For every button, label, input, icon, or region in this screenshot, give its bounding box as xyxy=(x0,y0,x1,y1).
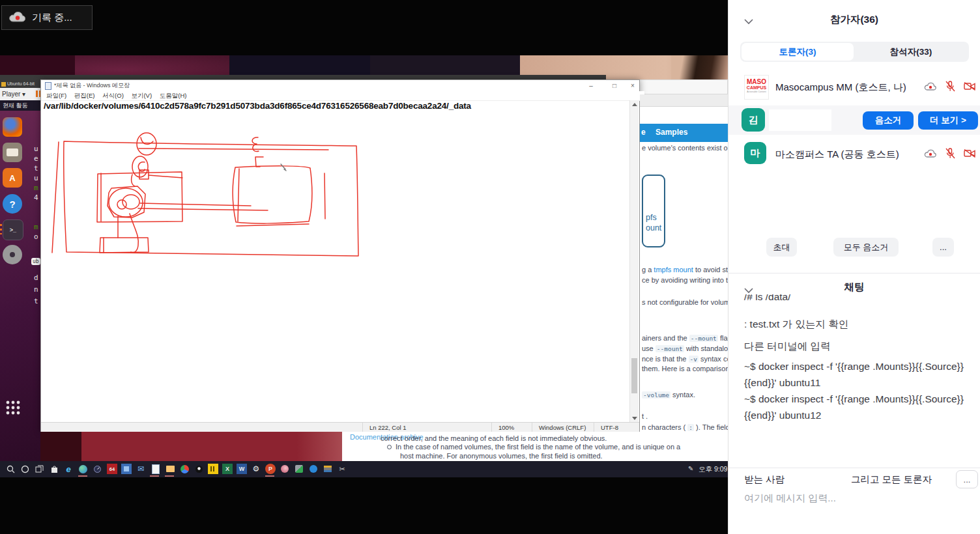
terminal-tooltip: ub xyxy=(31,258,40,265)
code-token: -volume xyxy=(642,391,670,399)
docs-text: host machine. For anonymous volumes, the… xyxy=(400,452,603,460)
pause-icon[interactable] xyxy=(36,91,38,97)
files-icon[interactable] xyxy=(3,143,22,162)
docs-text: use --mount with standalone cont xyxy=(642,344,728,352)
chat-message-list[interactable]: /# ls /data/ : test.txt 가 있는지 확인 다른 터미널에… xyxy=(728,294,980,466)
search-icon[interactable] xyxy=(5,464,16,474)
apps-grid-icon[interactable] xyxy=(5,400,21,418)
recording-cloud-icon xyxy=(924,81,937,94)
bullet-dot xyxy=(387,445,392,449)
invite-button[interactable]: 초대 xyxy=(766,238,797,257)
docs-text: them. Here is a comparison of the s xyxy=(642,365,728,372)
settings-icon[interactable]: ⚙ xyxy=(251,464,261,474)
participant-row-hover[interactable]: 김 음소거 더 보기 > xyxy=(728,105,980,135)
store-icon[interactable] xyxy=(49,464,59,474)
tmpfs-line1: pfs xyxy=(646,212,664,223)
notepad-titlebar[interactable]: *제목 없음 - Windows 메모장 – □ × xyxy=(41,80,639,91)
cortana-icon[interactable] xyxy=(20,464,30,474)
participants-more-button[interactable]: ... xyxy=(932,238,954,257)
terminal-char: t xyxy=(34,297,40,305)
participant-name: Masocampus MM (호스트, 나) xyxy=(775,81,906,94)
notepad-window: *제목 없음 - Windows 메모장 – □ × 파일(F) 편집(E) 서… xyxy=(40,79,640,432)
nav-samples[interactable]: Samples xyxy=(656,128,687,137)
word-icon[interactable]: W xyxy=(237,464,247,474)
vmware-ubuntu-window: Ubuntu 64-bit Player ▾ 현재 활동 A ? >_ u e … xyxy=(0,79,40,461)
dvd-icon[interactable] xyxy=(3,245,22,264)
notepad-scrollbar[interactable] xyxy=(629,100,639,423)
pen-tray-icon[interactable]: ✎ xyxy=(688,465,693,472)
player-menu[interactable]: Player ▾ xyxy=(2,91,25,98)
terminal-char: t xyxy=(34,164,40,173)
text: ainers and the xyxy=(642,334,689,342)
performance-icon[interactable] xyxy=(92,464,102,474)
close-button[interactable]: × xyxy=(627,80,638,91)
scrollbar-thumb[interactable] xyxy=(631,358,637,393)
terminal-glyph: >_ xyxy=(10,227,16,233)
terminal-icon[interactable]: >_ xyxy=(3,219,23,240)
vm64-glyph: 64 xyxy=(109,466,115,472)
help-icon[interactable]: ? xyxy=(3,194,22,214)
powerpoint-active-indicator xyxy=(265,475,274,477)
menu-format[interactable]: 서식(O) xyxy=(102,92,124,99)
vm-64-icon[interactable]: 64 xyxy=(107,464,117,474)
vmware-taskbar-icon[interactable] xyxy=(323,464,333,474)
menu-file[interactable]: 파일(F) xyxy=(46,92,66,99)
teams-icon[interactable] xyxy=(308,464,319,474)
chat-message: ~$ docker inspect -f '{{range .Mounts}}{… xyxy=(744,358,965,391)
code-token: --mount xyxy=(689,335,718,342)
menu-help[interactable]: 도움말(H) xyxy=(160,92,187,99)
vmware-player-bar[interactable]: Player ▾ xyxy=(0,88,40,100)
edge-icon[interactable] xyxy=(78,464,88,474)
activities-label[interactable]: 현재 활동 xyxy=(3,102,28,109)
nav-fragment: e xyxy=(641,128,646,137)
chat-input[interactable]: 여기에 메시지 입력... xyxy=(744,492,836,505)
screen: 기록 중... Ubuntu 64-bit Player ▾ 현재 활동 A xyxy=(0,0,980,534)
internet-explorer-icon[interactable]: e xyxy=(63,464,74,474)
minimize-button[interactable]: – xyxy=(586,80,596,91)
mail-icon[interactable]: ✉ xyxy=(136,464,146,474)
tmpfs-link[interactable]: tmpfs mount xyxy=(654,266,693,274)
chat-message: : test.txt 가 있는지 확인 xyxy=(744,316,965,332)
mute-all-button[interactable]: 모두 음소거 xyxy=(833,238,899,257)
tmpfs-mount-box: pfs ount xyxy=(642,175,665,247)
powerpoint-icon[interactable]: P xyxy=(265,464,276,474)
vmware-titlebar: Ubuntu 64-bit xyxy=(0,79,40,88)
tab-attendees[interactable]: 참석자(33) xyxy=(855,43,967,61)
menu-view[interactable]: 보기(V) xyxy=(131,92,152,99)
snipping-icon[interactable]: ✂ xyxy=(337,464,347,474)
excel-icon[interactable]: X xyxy=(222,464,233,474)
maximize-button[interactable]: □ xyxy=(609,80,620,91)
scroll-down-arrow[interactable] xyxy=(632,417,637,420)
taskbar-clock[interactable]: 오후 9:09 xyxy=(699,465,727,474)
help-glyph: ? xyxy=(9,199,15,210)
status-line-ending: Windows (CRLF) xyxy=(532,423,594,432)
firefox-icon[interactable] xyxy=(3,117,22,137)
menu-edit[interactable]: 편집(E) xyxy=(74,92,95,99)
power-bi-icon[interactable] xyxy=(208,464,218,474)
terminal-char: e xyxy=(34,154,40,163)
photos-icon[interactable] xyxy=(121,464,132,474)
maps-icon[interactable] xyxy=(194,464,204,474)
pc-manager-icon[interactable] xyxy=(294,464,304,474)
terminal-char: u xyxy=(34,145,40,153)
docs-text: n characters ( : ). The fields must l xyxy=(642,423,728,431)
scroll-up-arrow[interactable] xyxy=(632,103,637,106)
mute-button[interactable]: 음소거 xyxy=(863,111,914,130)
chat-to-value[interactable]: 그리고 모든 토론자 xyxy=(851,473,932,486)
notepad-taskbar-icon[interactable] xyxy=(151,464,161,474)
shared-screen: 기록 중... Ubuntu 64-bit Player ▾ 현재 활동 A xyxy=(0,0,728,534)
participant-row[interactable]: 마 마소캠퍼스 TA (공동 호스트) xyxy=(728,138,980,169)
ubuntu-software-icon[interactable]: A xyxy=(3,168,22,188)
participant-row[interactable]: MASO CAMPUS Actionable Content Masocampu… xyxy=(728,72,980,103)
text: syntax. xyxy=(670,391,695,399)
file-explorer-icon[interactable] xyxy=(165,464,175,474)
chrome-icon[interactable] xyxy=(179,464,190,474)
chat-more-button[interactable]: ... xyxy=(956,470,978,488)
docs-text: s not configurable for volumes. xyxy=(642,298,728,306)
paint-icon[interactable] xyxy=(280,464,290,474)
status-encoding: UTF-8 xyxy=(594,423,631,432)
task-view-icon[interactable] xyxy=(34,464,44,474)
tab-panelists[interactable]: 토론자(3) xyxy=(742,43,854,61)
more-button[interactable]: 더 보기 > xyxy=(918,111,978,130)
notepad-statusbar: Ln 222, Col 1 100% Windows (CRLF) UTF-8 xyxy=(41,422,639,432)
